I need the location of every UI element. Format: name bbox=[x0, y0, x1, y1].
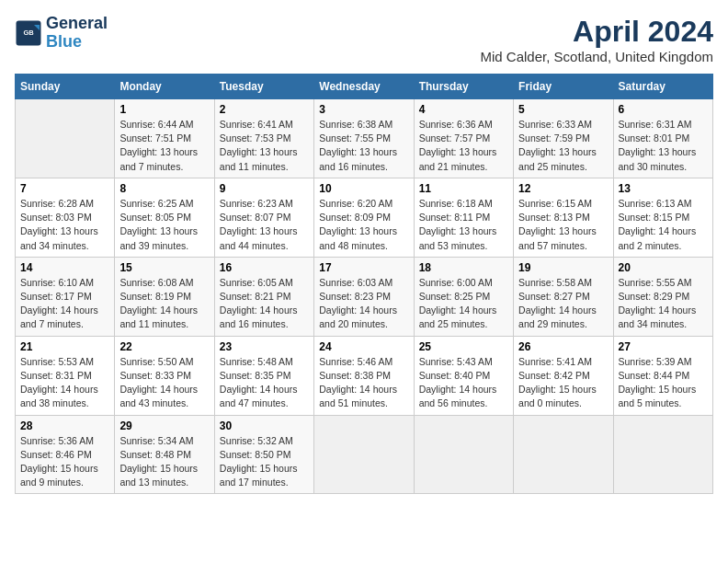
day-info: Sunrise: 6:23 AMSunset: 8:07 PMDaylight:… bbox=[220, 197, 309, 253]
day-number: 27 bbox=[619, 340, 708, 353]
day-info: Sunrise: 6:18 AMSunset: 8:11 PMDaylight:… bbox=[419, 197, 508, 253]
day-info: Sunrise: 6:31 AMSunset: 8:01 PMDaylight:… bbox=[619, 118, 708, 174]
day-info: Sunrise: 6:03 AMSunset: 8:23 PMDaylight:… bbox=[319, 276, 408, 332]
day-info: Sunrise: 6:25 AMSunset: 8:05 PMDaylight:… bbox=[119, 197, 209, 253]
day-info: Sunrise: 5:34 AMSunset: 8:48 PMDaylight:… bbox=[119, 434, 209, 490]
day-info: Sunrise: 6:38 AMSunset: 7:55 PMDaylight:… bbox=[319, 118, 408, 174]
weekday-header-row: SundayMondayTuesdayWednesdayThursdayFrid… bbox=[16, 75, 713, 99]
day-info: Sunrise: 6:33 AMSunset: 7:59 PMDaylight:… bbox=[518, 118, 608, 174]
day-number: 12 bbox=[518, 182, 608, 195]
day-number: 21 bbox=[20, 340, 109, 353]
day-info: Sunrise: 5:48 AMSunset: 8:35 PMDaylight:… bbox=[220, 355, 309, 411]
day-info: Sunrise: 6:00 AMSunset: 8:25 PMDaylight:… bbox=[419, 276, 508, 332]
logo-icon: GB bbox=[15, 19, 42, 47]
day-number: 24 bbox=[319, 340, 408, 353]
day-info: Sunrise: 6:36 AMSunset: 7:57 PMDaylight:… bbox=[419, 118, 508, 174]
header: GB General Blue April 2024 Mid Calder, S… bbox=[15, 15, 713, 64]
calendar-cell: 7 Sunrise: 6:28 AMSunset: 8:03 PMDayligh… bbox=[16, 178, 115, 257]
day-number: 22 bbox=[119, 340, 209, 353]
day-info: Sunrise: 6:08 AMSunset: 8:19 PMDaylight:… bbox=[119, 276, 209, 332]
logo-line2: Blue bbox=[46, 33, 108, 52]
calendar-subtitle: Mid Calder, Scotland, United Kingdom bbox=[481, 49, 713, 64]
logo-text: General Blue bbox=[46, 15, 108, 52]
day-info: Sunrise: 6:05 AMSunset: 8:21 PMDaylight:… bbox=[220, 276, 309, 332]
calendar-cell: 6 Sunrise: 6:31 AMSunset: 8:01 PMDayligh… bbox=[613, 99, 712, 178]
weekday-header-tuesday: Tuesday bbox=[214, 75, 313, 99]
day-info: Sunrise: 5:55 AMSunset: 8:29 PMDaylight:… bbox=[619, 276, 708, 332]
calendar-cell: 26 Sunrise: 5:41 AMSunset: 8:42 PMDaylig… bbox=[514, 336, 613, 415]
weekday-header-saturday: Saturday bbox=[613, 75, 712, 99]
logo-line1: General bbox=[46, 15, 108, 33]
day-number: 19 bbox=[518, 261, 608, 274]
calendar-cell: 10 Sunrise: 6:20 AMSunset: 8:09 PMDaylig… bbox=[314, 178, 414, 257]
day-info: Sunrise: 5:36 AMSunset: 8:46 PMDaylight:… bbox=[20, 434, 109, 490]
day-number: 7 bbox=[20, 182, 109, 195]
weekday-header-monday: Monday bbox=[115, 75, 214, 99]
weekday-header-sunday: Sunday bbox=[16, 75, 115, 99]
day-number: 28 bbox=[20, 419, 109, 432]
day-number: 14 bbox=[20, 261, 109, 274]
day-number: 23 bbox=[220, 340, 309, 353]
calendar-cell: 19 Sunrise: 5:58 AMSunset: 8:27 PMDaylig… bbox=[514, 257, 613, 336]
weekday-header-thursday: Thursday bbox=[414, 75, 513, 99]
weekday-header-wednesday: Wednesday bbox=[314, 75, 414, 99]
calendar-cell bbox=[514, 415, 613, 494]
calendar-cell: 3 Sunrise: 6:38 AMSunset: 7:55 PMDayligh… bbox=[314, 99, 414, 178]
day-number: 29 bbox=[119, 419, 209, 432]
calendar-cell: 30 Sunrise: 5:32 AMSunset: 8:50 PMDaylig… bbox=[214, 415, 313, 494]
day-number: 18 bbox=[419, 261, 508, 274]
calendar-cell bbox=[314, 415, 414, 494]
day-info: Sunrise: 6:20 AMSunset: 8:09 PMDaylight:… bbox=[319, 197, 408, 253]
day-number: 15 bbox=[119, 261, 209, 274]
calendar-week-row: 1 Sunrise: 6:44 AMSunset: 7:51 PMDayligh… bbox=[16, 99, 713, 178]
day-number: 4 bbox=[419, 103, 508, 116]
day-number: 1 bbox=[119, 103, 209, 116]
day-info: Sunrise: 6:44 AMSunset: 7:51 PMDaylight:… bbox=[119, 118, 209, 174]
calendar-cell: 16 Sunrise: 6:05 AMSunset: 8:21 PMDaylig… bbox=[214, 257, 313, 336]
day-info: Sunrise: 6:10 AMSunset: 8:17 PMDaylight:… bbox=[20, 276, 109, 332]
calendar-cell bbox=[613, 415, 712, 494]
day-number: 3 bbox=[319, 103, 408, 116]
day-info: Sunrise: 5:43 AMSunset: 8:40 PMDaylight:… bbox=[419, 355, 508, 411]
day-info: Sunrise: 5:53 AMSunset: 8:31 PMDaylight:… bbox=[20, 355, 109, 411]
calendar-title: April 2024 bbox=[481, 15, 713, 49]
svg-text:GB: GB bbox=[23, 28, 34, 36]
calendar-week-row: 7 Sunrise: 6:28 AMSunset: 8:03 PMDayligh… bbox=[16, 178, 713, 257]
day-number: 6 bbox=[619, 103, 708, 116]
calendar-week-row: 14 Sunrise: 6:10 AMSunset: 8:17 PMDaylig… bbox=[16, 257, 713, 336]
calendar-cell: 21 Sunrise: 5:53 AMSunset: 8:31 PMDaylig… bbox=[16, 336, 115, 415]
calendar-week-row: 21 Sunrise: 5:53 AMSunset: 8:31 PMDaylig… bbox=[16, 336, 713, 415]
weekday-header-friday: Friday bbox=[514, 75, 613, 99]
calendar-cell: 4 Sunrise: 6:36 AMSunset: 7:57 PMDayligh… bbox=[414, 99, 513, 178]
calendar-cell: 1 Sunrise: 6:44 AMSunset: 7:51 PMDayligh… bbox=[115, 99, 214, 178]
day-info: Sunrise: 6:13 AMSunset: 8:15 PMDaylight:… bbox=[619, 197, 708, 253]
calendar-week-row: 28 Sunrise: 5:36 AMSunset: 8:46 PMDaylig… bbox=[16, 415, 713, 494]
day-number: 17 bbox=[319, 261, 408, 274]
calendar-cell bbox=[16, 99, 115, 178]
calendar-cell: 18 Sunrise: 6:00 AMSunset: 8:25 PMDaylig… bbox=[414, 257, 513, 336]
day-number: 9 bbox=[220, 182, 309, 195]
calendar-cell: 23 Sunrise: 5:48 AMSunset: 8:35 PMDaylig… bbox=[214, 336, 313, 415]
day-number: 10 bbox=[319, 182, 408, 195]
calendar-cell: 5 Sunrise: 6:33 AMSunset: 7:59 PMDayligh… bbox=[514, 99, 613, 178]
calendar-cell: 20 Sunrise: 5:55 AMSunset: 8:29 PMDaylig… bbox=[613, 257, 712, 336]
day-number: 2 bbox=[220, 103, 309, 116]
calendar-cell: 29 Sunrise: 5:34 AMSunset: 8:48 PMDaylig… bbox=[115, 415, 214, 494]
day-number: 8 bbox=[119, 182, 209, 195]
calendar-cell: 8 Sunrise: 6:25 AMSunset: 8:05 PMDayligh… bbox=[115, 178, 214, 257]
calendar-cell: 2 Sunrise: 6:41 AMSunset: 7:53 PMDayligh… bbox=[214, 99, 313, 178]
calendar-cell: 28 Sunrise: 5:36 AMSunset: 8:46 PMDaylig… bbox=[16, 415, 115, 494]
day-info: Sunrise: 6:41 AMSunset: 7:53 PMDaylight:… bbox=[220, 118, 309, 174]
calendar-cell: 14 Sunrise: 6:10 AMSunset: 8:17 PMDaylig… bbox=[16, 257, 115, 336]
calendar-table: SundayMondayTuesdayWednesdayThursdayFrid… bbox=[15, 74, 713, 494]
calendar-cell: 13 Sunrise: 6:13 AMSunset: 8:15 PMDaylig… bbox=[613, 178, 712, 257]
calendar-cell: 17 Sunrise: 6:03 AMSunset: 8:23 PMDaylig… bbox=[314, 257, 414, 336]
calendar-cell: 12 Sunrise: 6:15 AMSunset: 8:13 PMDaylig… bbox=[514, 178, 613, 257]
calendar-cell bbox=[414, 415, 513, 494]
day-number: 20 bbox=[619, 261, 708, 274]
calendar-cell: 9 Sunrise: 6:23 AMSunset: 8:07 PMDayligh… bbox=[214, 178, 313, 257]
logo: GB General Blue bbox=[15, 15, 108, 52]
day-number: 13 bbox=[619, 182, 708, 195]
day-number: 26 bbox=[518, 340, 608, 353]
day-number: 5 bbox=[518, 103, 608, 116]
